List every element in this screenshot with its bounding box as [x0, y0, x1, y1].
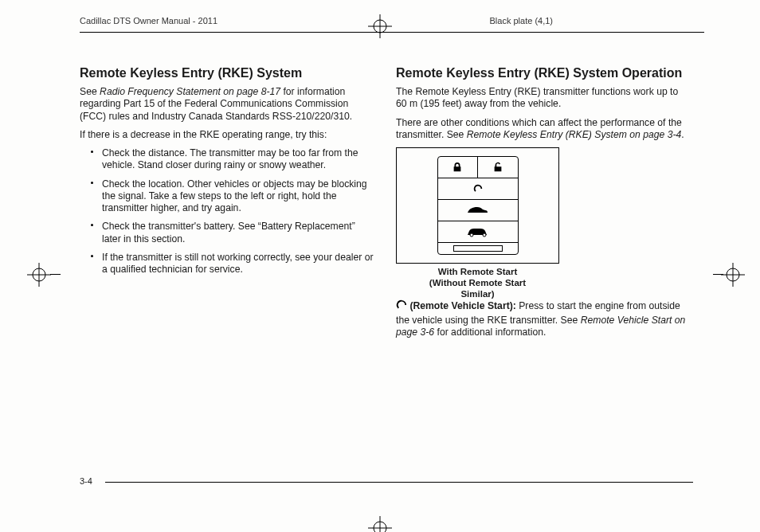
left-para-2: If there is a decrease in the RKE operat… [80, 129, 375, 141]
register-mark-right [721, 263, 745, 287]
left-heading: Remote Keyless Entry (RKE) System [80, 65, 375, 81]
content-area: Remote Keyless Entry (RKE) System See Ra… [80, 65, 691, 484]
right-column: Remote Keyless Entry (RKE) System Operat… [396, 65, 691, 484]
svg-point-13 [483, 233, 486, 237]
remote-figure [396, 147, 559, 264]
left-para-1: See Radio Frequency Statement on page 8-… [80, 86, 375, 123]
bullet-icon [91, 182, 93, 184]
list-item: Check the distance. The transmitter may … [80, 147, 375, 172]
remote-start-icon [396, 299, 407, 314]
page-number: 3-4 [80, 476, 92, 486]
crop-tick-right [713, 274, 723, 275]
text: for additional information. [434, 327, 546, 338]
list-text: Check the transmitter's battery. See “Ba… [102, 221, 355, 244]
crop-tick-left [50, 274, 61, 275]
text: See [80, 86, 100, 97]
list-text: Check the distance. The transmitter may … [102, 147, 358, 170]
bullet-icon [91, 255, 93, 257]
svg-point-12 [470, 233, 473, 237]
bullet-list: Check the distance. The transmitter may … [80, 147, 375, 276]
caption-line: Similar) [396, 289, 559, 300]
xref-italic: Radio Frequency Statement on page 8-17 [100, 86, 280, 97]
remote-row-locks [438, 157, 518, 178]
bullet-icon [91, 224, 93, 226]
right-heading: Remote Keyless Entry (RKE) System Operat… [396, 65, 691, 81]
rvs-label: (Remote Vehicle Start): [407, 301, 516, 312]
header-rule [80, 32, 704, 33]
remote-body [437, 156, 519, 255]
remote-row-car [438, 221, 518, 243]
xref-italic: Remote Keyless Entry (RKE) System on pag… [467, 129, 682, 140]
text: . [681, 129, 684, 140]
register-mark-left [27, 263, 51, 287]
right-para-1: The Remote Keyless Entry (RKE) transmitt… [396, 86, 691, 111]
plate-label: Black plate (4,1) [490, 16, 553, 25]
remote-slot-icon [453, 245, 503, 252]
lock-icon [438, 157, 479, 178]
bullet-icon [91, 151, 93, 153]
page: Cadillac DTS Owner Manual - 2011 Black p… [0, 0, 760, 532]
figure-caption: With Remote Start (Without Remote Start … [396, 267, 559, 299]
remote-row-blank [438, 243, 518, 254]
list-text: Check the location. Other vehicles or ob… [102, 178, 367, 214]
list-item: Check the transmitter's battery. See “Ba… [80, 221, 375, 245]
list-item: If the transmitter is still not working … [80, 252, 375, 276]
caption-line: (Without Remote Start [396, 278, 559, 289]
remote-row-start [438, 178, 518, 200]
manual-title: Cadillac DTS Owner Manual - 2011 [80, 16, 217, 25]
unlock-icon [478, 157, 518, 178]
right-para-2: There are other conditions which can aff… [396, 117, 691, 142]
caption-line: With Remote Start [396, 267, 559, 278]
remote-row-trunk [438, 200, 518, 221]
list-item: Check the location. Other vehicles or ob… [80, 178, 375, 215]
register-mark-top [368, 14, 392, 38]
left-column: Remote Keyless Entry (RKE) System See Ra… [80, 65, 375, 484]
footer-rule [105, 482, 693, 483]
register-mark-bottom [368, 516, 392, 532]
rvs-paragraph: (Remote Vehicle Start): Press to start t… [396, 299, 691, 338]
list-text: If the transmitter is still not working … [102, 252, 373, 275]
